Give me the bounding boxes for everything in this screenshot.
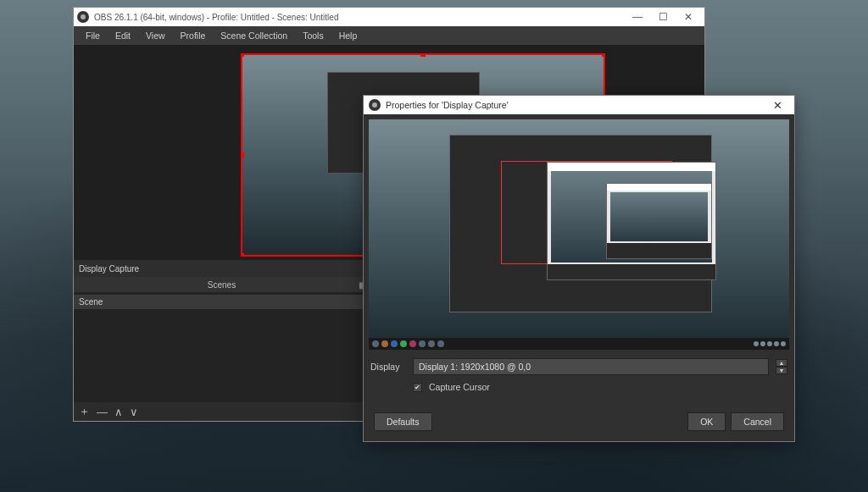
display-select-stepper[interactable]: ▲ ▼ xyxy=(776,359,787,374)
menu-file[interactable]: File xyxy=(79,28,107,43)
scene-up-button[interactable]: ∧ xyxy=(114,406,123,418)
obs-app-icon xyxy=(369,99,381,111)
maximize-button[interactable]: ☐ xyxy=(650,11,676,23)
scene-item[interactable]: Scene xyxy=(74,295,370,309)
obs-app-icon xyxy=(77,11,89,23)
scenes-toolbar: ＋ — ∧ ∨ xyxy=(74,402,370,421)
minimize-button[interactable]: — xyxy=(625,11,650,23)
resize-handle[interactable] xyxy=(420,53,426,57)
scenes-list[interactable]: Scene xyxy=(74,292,370,402)
resize-handle[interactable] xyxy=(241,152,244,158)
taskbar-preview xyxy=(369,338,789,350)
menu-edit[interactable]: Edit xyxy=(108,28,137,43)
context-source-name: Display Capture xyxy=(79,264,139,274)
display-select[interactable]: Display 1: 1920x1080 @ 0,0 xyxy=(413,358,769,375)
resize-handle[interactable] xyxy=(602,53,605,57)
capture-cursor-row: ✔ Capture Cursor xyxy=(369,379,789,395)
chevron-down-icon[interactable]: ▼ xyxy=(776,367,787,374)
ok-button[interactable]: OK xyxy=(687,412,726,431)
properties-body: Display Display 1: 1920x1080 @ 0,0 ▲ ▼ ✔… xyxy=(364,114,794,441)
display-property-row: Display Display 1: 1920x1080 @ 0,0 ▲ ▼ xyxy=(369,355,789,379)
scene-remove-button[interactable]: — xyxy=(97,406,108,418)
capture-cursor-checkbox[interactable]: ✔ xyxy=(413,383,422,392)
menu-tools[interactable]: Tools xyxy=(296,28,331,43)
display-label: Display xyxy=(370,362,406,372)
properties-title-text: Properties for 'Display Capture' xyxy=(386,100,509,110)
main-title-text: OBS 26.1.1 (64-bit, windows) - Profile: … xyxy=(94,13,338,22)
resize-handle[interactable] xyxy=(241,253,244,257)
capture-cursor-label: Capture Cursor xyxy=(429,382,490,392)
menu-help[interactable]: Help xyxy=(332,28,364,43)
properties-titlebar[interactable]: Properties for 'Display Capture' ✕ xyxy=(364,96,794,114)
main-titlebar[interactable]: OBS 26.1.1 (64-bit, windows) - Profile: … xyxy=(74,8,704,26)
chevron-up-icon[interactable]: ▲ xyxy=(776,359,787,367)
close-button[interactable]: ✕ xyxy=(676,11,701,23)
recursive-window xyxy=(606,183,712,259)
defaults-button[interactable]: Defaults xyxy=(374,412,432,431)
resize-handle[interactable] xyxy=(241,53,244,57)
properties-button-bar: Defaults OK Cancel xyxy=(369,407,789,436)
scenes-panel: Scenes ◧ Scene ＋ — ∧ ∨ xyxy=(74,277,370,421)
menubar: File Edit View Profile Scene Collection … xyxy=(74,26,704,45)
menu-profile[interactable]: Profile xyxy=(174,28,213,43)
properties-close-button[interactable]: ✕ xyxy=(765,99,789,112)
menu-view[interactable]: View xyxy=(139,28,172,43)
menu-scene-collection[interactable]: Scene Collection xyxy=(214,28,294,43)
scenes-header: Scenes ◧ xyxy=(74,277,370,292)
cancel-button[interactable]: Cancel xyxy=(731,412,784,431)
properties-dialog: Properties for 'Display Capture' ✕ Displ… xyxy=(363,95,795,442)
properties-preview xyxy=(369,119,789,350)
scene-item-label: Scene xyxy=(79,297,103,307)
scene-down-button[interactable]: ∨ xyxy=(130,406,138,418)
scene-add-button[interactable]: ＋ xyxy=(79,404,90,419)
